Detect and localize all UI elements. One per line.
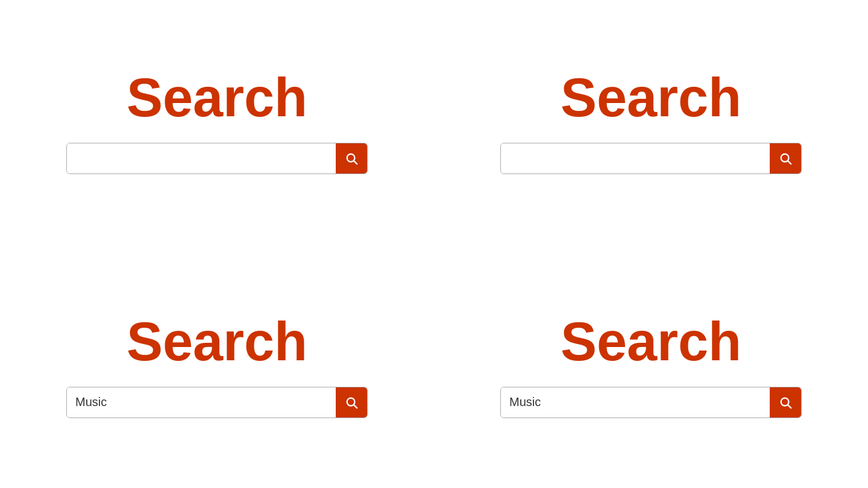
search-title-top-left: Search	[127, 70, 307, 125]
search-widget-bottom-right: Search	[434, 244, 868, 488]
search-widget-bottom-left: Search	[0, 244, 434, 488]
search-icon-bottom-left	[345, 396, 358, 409]
search-icon-top-right	[779, 152, 792, 165]
search-button-top-right[interactable]	[770, 143, 801, 174]
svg-line-3	[788, 161, 791, 164]
search-button-bottom-left[interactable]	[336, 387, 367, 418]
search-icon-bottom-right	[779, 396, 792, 409]
search-bar-top-left	[66, 143, 368, 174]
search-title-bottom-left: Search	[127, 314, 307, 369]
search-bar-top-right	[500, 143, 802, 174]
search-icon-top-left	[345, 152, 358, 165]
search-input-bottom-right[interactable]	[501, 387, 770, 418]
search-bar-bottom-right	[500, 387, 802, 418]
search-title-bottom-right: Search	[561, 314, 741, 369]
search-input-top-right[interactable]	[501, 143, 770, 174]
search-title-top-right: Search	[561, 70, 741, 125]
search-input-bottom-left[interactable]	[67, 387, 336, 418]
svg-line-5	[354, 405, 357, 408]
search-bar-bottom-left	[66, 387, 368, 418]
svg-line-7	[788, 405, 791, 408]
search-widget-top-left: Search	[0, 0, 434, 244]
search-input-top-left[interactable]	[67, 143, 336, 174]
search-button-bottom-right[interactable]	[770, 387, 801, 418]
svg-line-1	[354, 161, 357, 164]
search-widget-top-right: Search	[434, 0, 868, 244]
search-button-top-left[interactable]	[336, 143, 367, 174]
